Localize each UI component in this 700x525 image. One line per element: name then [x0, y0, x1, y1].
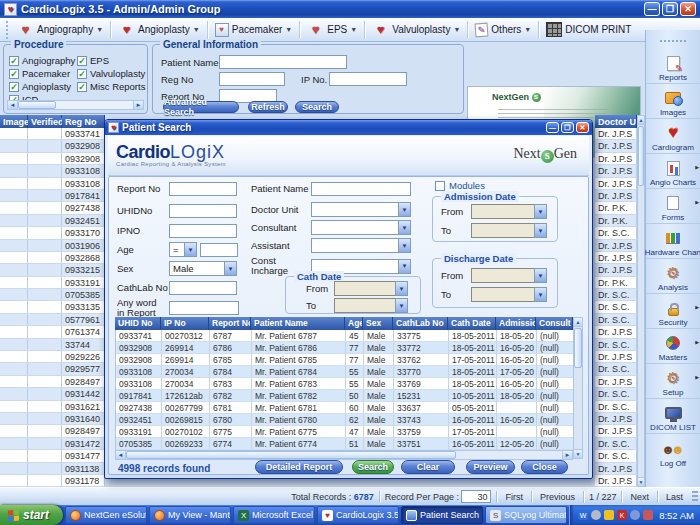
table-row[interactable]: Dr. J.P.S	[595, 252, 637, 264]
patient-name-input[interactable]	[219, 55, 347, 69]
patient-name-input[interactable]	[311, 182, 411, 196]
toolbar-angiography[interactable]: Angiography▼	[13, 21, 107, 39]
discharge-from-select[interactable]: ▼	[471, 268, 547, 283]
table-row[interactable]: 0931472	[0, 438, 105, 450]
table-row[interactable]: Dr. P.K.	[595, 202, 637, 214]
table-row[interactable]: 0931640	[0, 413, 105, 425]
results-hscrollbar[interactable]: ◄ ►	[115, 450, 573, 460]
result-row[interactable]: 0705385 00269233 6774 Mr. Patient 6774 5…	[116, 438, 573, 450]
procedure-checkbox[interactable]: Pacemaker	[9, 67, 75, 80]
scroll-thumb[interactable]	[18, 101, 56, 109]
header-uhid[interactable]: UHID No	[115, 317, 161, 330]
table-row[interactable]: 0931178	[0, 475, 105, 487]
detailed-report-button[interactable]: Detailed Report	[255, 460, 343, 474]
table-row[interactable]: 33744	[0, 339, 105, 351]
toolbar-pacemaker[interactable]: Pacemaker▼	[211, 22, 297, 38]
header-ip-no[interactable]: IP No	[161, 317, 209, 330]
table-row[interactable]: 0932908	[0, 140, 105, 152]
column-header-verified[interactable]: Verified	[28, 115, 62, 128]
any-word-input[interactable]	[169, 301, 239, 315]
sidebar-item-hardware-chart[interactable]: Hardware Chart	[646, 224, 700, 259]
assistant-select[interactable]: ▼	[311, 238, 411, 253]
scroll-up-icon[interactable]: ▲	[574, 318, 582, 327]
taskbar-item-excel[interactable]: X Microsoft Excel - ...	[233, 506, 315, 524]
admission-from-select[interactable]: ▼	[471, 204, 547, 219]
power-tray-icon[interactable]	[604, 510, 614, 520]
sidebar-item-forms[interactable]: ▶ Forms	[646, 189, 700, 224]
next-page-button[interactable]: Next	[627, 492, 652, 502]
table-row[interactable]: 0929577	[0, 363, 105, 375]
procedure-checkbox[interactable]: Misc Reports	[77, 80, 145, 93]
sidebar-item-security[interactable]: ▶ Security	[646, 294, 700, 329]
age-operator-select[interactable]: = ▼	[169, 242, 197, 257]
volume-tray-icon[interactable]	[591, 510, 601, 520]
table-row[interactable]: Dr. J.P.S	[595, 140, 637, 152]
result-row[interactable]: 0932451 00269815 6780 Mr. Patient 6780 6…	[116, 414, 573, 426]
table-row[interactable]: 0933215	[0, 264, 105, 276]
toolbar-others[interactable]: Others▼	[471, 22, 535, 38]
table-row[interactable]: Dr. J.P.S	[595, 425, 637, 437]
table-row[interactable]: Dr. S.C.	[595, 227, 637, 239]
table-row[interactable]: 0927438	[0, 202, 105, 214]
antivirus-tray-icon[interactable]: K	[617, 510, 627, 520]
table-row[interactable]: 0705385	[0, 289, 105, 301]
dialog-search-button[interactable]: Search	[352, 460, 394, 474]
header-age[interactable]: Age	[345, 317, 363, 330]
procedure-scrollbar[interactable]: ◄ ►	[7, 100, 144, 110]
scroll-down-icon[interactable]: ▼	[638, 477, 644, 486]
reg-no-input[interactable]	[219, 72, 285, 86]
result-row[interactable]: 0927438 00267799 6781 Mr. Patient 6781 6…	[116, 402, 573, 414]
table-row[interactable]: Dr. J.P.S	[595, 475, 637, 487]
clear-button[interactable]: Clear	[401, 460, 455, 474]
sidebar-item-reports[interactable]: Reports	[646, 49, 700, 84]
background-table-vscrollbar[interactable]: ▲ ▼	[637, 115, 645, 487]
procedure-checkbox[interactable]: Angioplasty	[9, 80, 75, 93]
header-sex[interactable]: Sex	[363, 317, 393, 330]
taskbar-item-mantis[interactable]: My View - Mantis...	[149, 506, 231, 524]
table-row[interactable]: Dr. S.C.	[595, 438, 637, 450]
toolbar-eps[interactable]: EPS▼	[303, 21, 361, 39]
table-row[interactable]: Dr. S.C.	[595, 363, 637, 375]
table-row[interactable]: 0932451	[0, 215, 105, 227]
table-row[interactable]: Dr. J.P.S	[595, 376, 637, 388]
ipno-input[interactable]	[169, 224, 237, 238]
previous-page-button[interactable]: Previous	[537, 492, 578, 502]
table-row[interactable]: 0577961	[0, 314, 105, 326]
result-row[interactable]: 0933191 00270102 6775 Mr. Patient 6775 4…	[116, 426, 573, 438]
dialog-close-button[interactable]: ✕	[576, 122, 589, 133]
table-row[interactable]: Dr. J.P.S	[595, 240, 637, 252]
result-row[interactable]: 0933741 00270312 6787 Mr. Patient 6787 4…	[116, 330, 573, 342]
table-row[interactable]: 0932868	[0, 252, 105, 264]
modules-checkbox[interactable]: Modules	[435, 180, 485, 191]
table-row[interactable]: Dr. J.P.S	[595, 463, 637, 475]
scroll-up-icon[interactable]: ▲	[638, 116, 644, 125]
procedure-checkbox[interactable]: EPS	[77, 54, 145, 67]
table-row[interactable]: 0761374	[0, 326, 105, 338]
table-row[interactable]: 0929226	[0, 351, 105, 363]
result-row[interactable]: 0933108 270034 6783 Mr. Patient 6783 55 …	[116, 378, 573, 390]
toolbar-angioplasty[interactable]: Angioplasty▼	[114, 21, 204, 39]
uhid-input[interactable]	[169, 204, 237, 218]
column-header-reg-no[interactable]: Reg No	[62, 115, 105, 128]
table-row[interactable]: Dr. S.C.	[595, 401, 637, 413]
table-row[interactable]: 0933108	[0, 165, 105, 177]
table-row[interactable]: Dr. J.P.S	[595, 128, 637, 140]
dialog-maximize-button[interactable]: ❐	[561, 122, 574, 133]
discharge-to-select[interactable]: ▼	[471, 287, 547, 302]
sex-select[interactable]: Male ▼	[169, 261, 237, 276]
table-row[interactable]: Dr. S.C.	[595, 314, 637, 326]
table-row[interactable]: Dr. J.P.S	[595, 413, 637, 425]
table-row[interactable]: 0933170	[0, 227, 105, 239]
taskbar-item-nextgen[interactable]: NextGen eSolutio...	[65, 506, 147, 524]
table-row[interactable]: Dr. S.C.	[595, 388, 637, 400]
table-row[interactable]: Dr. P.K.	[595, 277, 637, 289]
per-page-input[interactable]: 30	[461, 490, 491, 503]
column-header-image[interactable]: Image	[0, 115, 28, 128]
restore-button[interactable]: ❐	[662, 2, 678, 16]
table-row[interactable]: 0933191	[0, 277, 105, 289]
sidebar-item-dicom-list[interactable]: DICOM LIST	[646, 399, 700, 434]
ip-no-input[interactable]	[329, 72, 407, 86]
table-row[interactable]: 0031906	[0, 240, 105, 252]
table-row[interactable]: 0928497	[0, 376, 105, 388]
table-row[interactable]: Dr. J.P.S	[595, 153, 637, 165]
